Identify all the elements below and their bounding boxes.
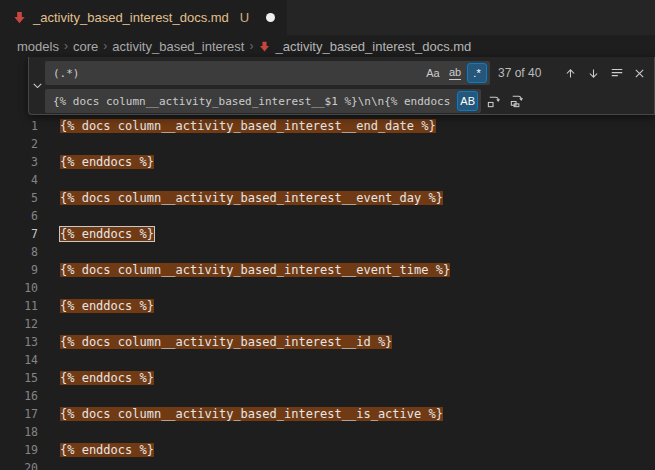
code-text: {% enddocs %} (60, 153, 154, 171)
code-line[interactable]: 19{% enddocs %} (0, 441, 655, 459)
tab-filename: _activity_based_interest_docs.md (33, 10, 229, 25)
breadcrumb: models › core › activity_based_interest … (0, 35, 655, 57)
code-line[interactable]: 15{% enddocs %} (0, 369, 655, 387)
code-line[interactable]: 4 (0, 171, 655, 189)
code-line[interactable]: 17{% docs column__activity_based_interes… (0, 405, 655, 423)
markdown-file-icon (12, 10, 27, 25)
arrow-up-icon (564, 67, 577, 80)
replace-button[interactable] (483, 91, 504, 112)
code-text: {% enddocs %} (60, 369, 154, 387)
whole-word-button[interactable]: ab (445, 63, 465, 83)
code-text: {% docs column__activity_based_interest_… (60, 405, 443, 423)
breadcrumb-item-core[interactable]: core (73, 39, 98, 54)
find-replace-widget: Aa ab .* 37 of 40 (28, 57, 655, 115)
code-line[interactable]: 11{% enddocs %} (0, 297, 655, 315)
code-line[interactable]: 13{% docs column__activity_based_interes… (0, 333, 655, 351)
editor-tab[interactable]: _activity_based_interest_docs.md U (0, 0, 288, 35)
code-text: {% docs column__activity_based_interest_… (60, 189, 443, 207)
find-match: {% docs column__activity_based_interest_… (60, 191, 443, 205)
line-number: 14 (0, 351, 38, 369)
replace-input-box: AB (45, 89, 481, 113)
code-text: {% docs column__activity_based_interest_… (60, 333, 392, 351)
regex-button[interactable]: .* (467, 63, 487, 83)
replace-all-icon (509, 94, 524, 109)
line-number: 11 (0, 297, 38, 315)
find-match: {% enddocs %} (60, 299, 154, 313)
line-number: 10 (0, 279, 38, 297)
breadcrumb-item-activity-based-interest[interactable]: activity_based_interest (112, 39, 244, 54)
replace-icon (486, 94, 501, 109)
breadcrumb-separator: › (103, 39, 107, 53)
code-line[interactable]: 6 (0, 207, 655, 225)
line-number: 6 (0, 207, 38, 225)
previous-match-button[interactable] (560, 63, 581, 84)
next-match-button[interactable] (583, 63, 604, 84)
find-in-selection-button[interactable] (606, 63, 627, 84)
replace-input[interactable] (45, 95, 457, 108)
arrow-down-icon (587, 67, 600, 80)
find-match: {% docs column__activity_based_interest_… (60, 263, 450, 277)
line-number: 7 (0, 225, 38, 243)
close-icon (633, 67, 646, 80)
code-line[interactable]: 16 (0, 387, 655, 405)
whole-word-icon: ab (449, 67, 461, 80)
code-line[interactable]: 14 (0, 351, 655, 369)
breadcrumb-file-label: _activity_based_interest_docs.md (275, 39, 471, 54)
line-number: 20 (0, 459, 38, 470)
preserve-case-button[interactable]: AB (457, 91, 478, 111)
breadcrumb-separator: › (64, 39, 68, 53)
code-line[interactable]: 1{% docs column__activity_based_interest… (0, 117, 655, 135)
close-button[interactable] (629, 63, 650, 84)
line-number: 15 (0, 369, 38, 387)
line-number: 19 (0, 441, 38, 459)
find-match: {% enddocs %} (60, 371, 154, 385)
code-line[interactable]: 3{% enddocs %} (0, 153, 655, 171)
line-number: 1 (0, 117, 38, 135)
code-text: {% docs column__activity_based_interest_… (60, 117, 436, 135)
line-number: 8 (0, 243, 38, 261)
line-number: 4 (0, 171, 38, 189)
breadcrumb-item-file[interactable]: _activity_based_interest_docs.md (258, 39, 471, 54)
markdown-file-icon (258, 40, 271, 53)
line-number: 13 (0, 333, 38, 351)
code-line[interactable]: 8 (0, 243, 655, 261)
line-number: 18 (0, 423, 38, 441)
code-line[interactable]: 5{% docs column__activity_based_interest… (0, 189, 655, 207)
code-line[interactable]: 12 (0, 315, 655, 333)
line-number: 3 (0, 153, 38, 171)
code-line[interactable]: 2 (0, 135, 655, 153)
replace-all-button[interactable] (506, 91, 527, 112)
find-match: {% docs column__activity_based_interest_… (60, 335, 392, 349)
find-input[interactable] (45, 67, 423, 80)
tab-bar: _activity_based_interest_docs.md U (0, 0, 655, 35)
code-text: {% docs column__activity_based_interest_… (60, 261, 450, 279)
editor-pane[interactable]: Aa ab .* 37 of 40 (0, 57, 655, 470)
find-options: Aa ab .* (423, 63, 490, 83)
find-widget-rows: Aa ab .* 37 of 40 (45, 57, 654, 114)
find-match: {% enddocs %} (60, 155, 154, 169)
line-number: 2 (0, 135, 38, 153)
code-text: {% enddocs %} (60, 225, 154, 243)
line-number: 5 (0, 189, 38, 207)
code-line[interactable]: 7{% enddocs %} (0, 225, 655, 243)
replace-options: AB (457, 91, 481, 111)
git-status-badge: U (240, 10, 249, 25)
unsaved-changes-dot[interactable] (266, 13, 275, 22)
match-count: 37 of 40 (498, 66, 558, 80)
find-input-box: Aa ab .* (45, 61, 490, 85)
toggle-replace-button[interactable] (29, 57, 45, 114)
match-case-button[interactable]: Aa (423, 63, 443, 83)
code-line[interactable]: 9{% docs column__activity_based_interest… (0, 261, 655, 279)
code-line[interactable]: 20 (0, 459, 655, 470)
line-number: 17 (0, 405, 38, 423)
current-find-match: {% enddocs %} (60, 227, 154, 241)
breadcrumb-item-models[interactable]: models (17, 39, 59, 54)
editor-lines: 1{% docs column__activity_based_interest… (0, 117, 655, 470)
code-text: {% enddocs %} (60, 441, 154, 459)
selection-lines-icon (610, 66, 624, 80)
code-line[interactable]: 10 (0, 279, 655, 297)
line-number: 16 (0, 387, 38, 405)
find-match: {% docs column__activity_based_interest_… (60, 407, 443, 421)
code-line[interactable]: 18 (0, 423, 655, 441)
breadcrumb-separator: › (249, 39, 253, 53)
